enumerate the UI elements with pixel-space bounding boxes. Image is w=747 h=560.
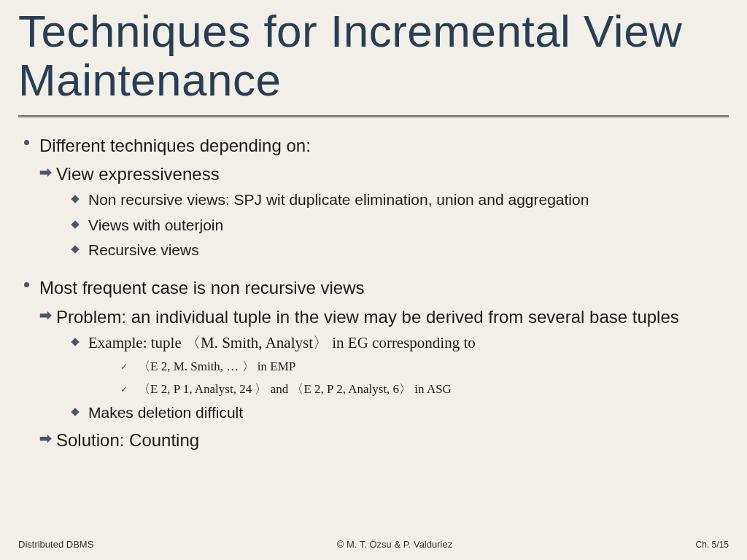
arrow-right-icon: ➡ xyxy=(39,163,52,260)
footer-right: Ch. 5/15 xyxy=(696,540,729,550)
diamond-text: Makes deletion difficult xyxy=(88,402,729,423)
diamond-text: Recursive views xyxy=(88,240,729,260)
sub-bullet-2-1-text: Problem: an individual tuple in the view… xyxy=(56,306,729,328)
diamond-text: Non recursive views: SPJ wit duplicate e… xyxy=(88,190,729,210)
footer-left: Distributed DBMS xyxy=(18,539,93,550)
diamond-icon xyxy=(71,245,79,253)
bullet-1-text: Different techniques depending on: xyxy=(39,134,729,157)
sub-bullet-1-1: ➡ View expressiveness Non recursive view… xyxy=(39,163,729,260)
diamond-text: Views with outerjoin xyxy=(88,215,729,236)
bullet-dot-icon xyxy=(24,282,29,287)
arrow-right-icon: ➡ xyxy=(39,306,52,424)
diamond-bullet: Makes deletion difficult xyxy=(72,402,729,423)
diamond-bullet: Example: tuple 〈M. Smith, Analyst〉 in EG… xyxy=(72,332,729,398)
bullet-1: Different techniques depending on: ➡ Vie… xyxy=(24,134,729,263)
bullet-2-text: Most frequent case is non recursive view… xyxy=(39,276,729,299)
sub-bullet-2-2: ➡ Solution: Counting xyxy=(39,429,729,451)
bullet-dot-icon xyxy=(24,140,29,145)
check-icon: ✓ xyxy=(120,362,128,376)
bullet-2: Most frequent case is non recursive view… xyxy=(24,276,729,454)
check-text: 〈E 2, P 1, Analyst, 24 〉 and 〈E 2, P 2, … xyxy=(138,381,452,398)
slide-title: Techniques for Incremental View Maintena… xyxy=(18,7,729,105)
arrow-right-icon: ➡ xyxy=(39,429,52,451)
sub-bullet-2-1: ➡ Problem: an individual tuple in the vi… xyxy=(39,306,729,424)
check-bullet: ✓ 〈E 2, P 1, Analyst, 24 〉 and 〈E 2, P 2… xyxy=(120,381,729,398)
check-bullet: ✓ 〈E 2, M. Smith, … 〉 in EMP xyxy=(120,359,729,376)
diamond-icon xyxy=(71,338,79,346)
sub-bullet-2-2-text: Solution: Counting xyxy=(56,429,729,451)
diamond-bullet: Non recursive views: SPJ wit duplicate e… xyxy=(72,190,729,210)
footer: Distributed DBMS © M. T. Özsu & P. Valdu… xyxy=(0,539,747,550)
diamond-icon xyxy=(71,408,79,416)
title-divider xyxy=(18,115,729,118)
diamond-icon xyxy=(71,195,79,203)
slide: Techniques for Incremental View Maintena… xyxy=(0,0,747,560)
diamond-bullet: Recursive views xyxy=(72,240,729,260)
content-area: Different techniques depending on: ➡ Vie… xyxy=(18,134,729,455)
footer-center: © M. T. Özsu & P. Valduriez xyxy=(337,539,452,550)
diamond-icon xyxy=(71,220,79,228)
check-text: 〈E 2, M. Smith, … 〉 in EMP xyxy=(138,359,295,376)
sub-bullet-1-1-text: View expressiveness xyxy=(56,163,729,185)
check-icon: ✓ xyxy=(120,384,128,398)
diamond-bullet: Views with outerjoin xyxy=(72,215,729,236)
diamond-text: Example: tuple 〈M. Smith, Analyst〉 in EG… xyxy=(88,332,729,353)
